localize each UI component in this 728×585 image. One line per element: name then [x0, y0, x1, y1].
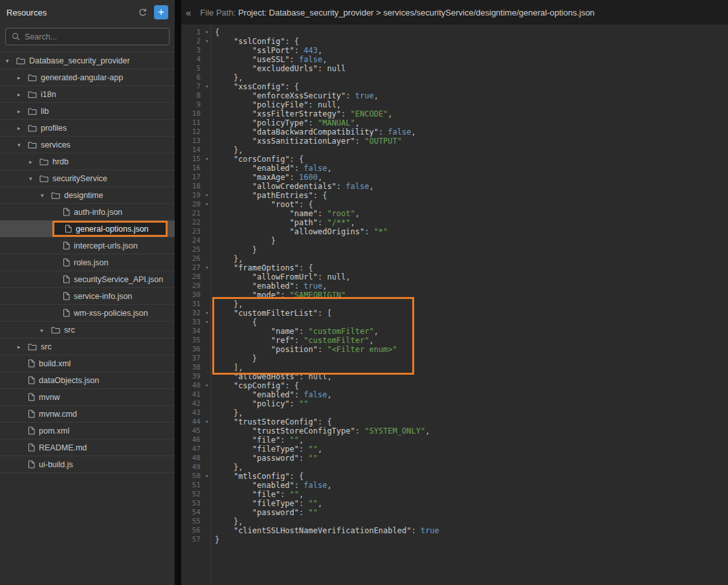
code-line[interactable]: "useSSL": false, — [215, 55, 728, 64]
code-line[interactable]: "password": "" — [215, 454, 728, 463]
expand-arrow-icon[interactable]: ▸ — [17, 125, 28, 131]
fold-arrow-icon[interactable]: ▾ — [205, 318, 208, 327]
tree-folder-src[interactable]: ▸src — [0, 322, 175, 338]
search-box[interactable] — [5, 28, 170, 45]
tree-file-ui-build.js[interactable]: ui-build.js — [0, 456, 175, 473]
code-line[interactable]: } — [215, 236, 728, 245]
code-line[interactable]: "fileType": "", — [215, 499, 728, 508]
tree-file-auth-info.json[interactable]: auth-info.json — [0, 204, 175, 221]
code-line[interactable]: "allowCredentials": false, — [215, 182, 728, 191]
code-line[interactable]: }, — [215, 300, 728, 309]
code-line[interactable]: }, — [215, 146, 728, 155]
code-line[interactable]: "policyType": "MANUAL", — [215, 118, 728, 127]
tree-file-mvnw[interactable]: mvnw — [0, 389, 175, 406]
tree-folder-hrdb[interactable]: ▸hrdb — [0, 153, 175, 170]
code-line[interactable]: "policyFile": null, — [215, 100, 728, 109]
tree-file-service-info.json[interactable]: service-info.json — [0, 288, 175, 305]
tree-folder-profiles[interactable]: ▸profiles — [0, 120, 175, 137]
tree-file-README.md[interactable]: README.md — [0, 439, 175, 456]
tree-folder-generated-angular-app[interactable]: ▸generated-angular-app — [0, 69, 175, 86]
tree-file-securityService_API.json[interactable]: securityService_API.json — [0, 271, 175, 288]
add-resource-button[interactable]: + — [154, 5, 168, 19]
code-line[interactable]: } — [215, 245, 728, 254]
code-line[interactable]: "enabled": false, — [215, 481, 728, 490]
code-line[interactable]: }, — [215, 73, 728, 82]
expand-arrow-icon[interactable]: ▸ — [29, 159, 39, 165]
code-line[interactable]: "file": "", — [215, 436, 728, 445]
code-line[interactable]: "sslPort": 443, — [215, 46, 728, 55]
tree-folder-designtime[interactable]: ▾designtime — [0, 187, 175, 204]
code-line[interactable]: "excludedUrls": null — [215, 64, 728, 73]
code-line[interactable]: "enabled": false, — [215, 390, 728, 399]
code-line[interactable]: "mtlsConfig": { — [215, 472, 728, 481]
expand-arrow-icon[interactable]: ▸ — [17, 344, 28, 350]
code-line[interactable]: "xssFilterStrategy": "ENCODE", — [215, 109, 728, 118]
code-line[interactable]: "trustStoreConfig": { — [215, 417, 728, 426]
tree-folder-src[interactable]: ▸src — [0, 338, 175, 355]
code-line[interactable]: "pathEntries": { — [215, 191, 728, 200]
code-line[interactable]: "allowFromUrl": null, — [215, 272, 728, 281]
fold-arrow-icon[interactable]: ▾ — [205, 309, 208, 318]
fold-arrow-icon[interactable]: ▾ — [205, 472, 208, 481]
fold-arrow-icon[interactable]: ▾ — [205, 417, 208, 426]
code-line[interactable]: "allowedOrigins": "*" — [215, 227, 728, 236]
refresh-button[interactable] — [138, 8, 148, 17]
code-line[interactable]: "trustStoreConfigType": "SYSTEM_ONLY", — [215, 426, 728, 436]
tree-file-build.xml[interactable]: build.xml — [0, 355, 175, 372]
code-line[interactable]: "name": "customFilter", — [215, 327, 728, 336]
code-line[interactable]: { — [215, 28, 728, 37]
code-line[interactable]: "frameOptions": { — [215, 263, 728, 272]
code-line[interactable]: "enabled": true, — [215, 281, 728, 291]
fold-arrow-icon[interactable]: ▾ — [205, 191, 208, 200]
code-pane[interactable]: { "sslConfig": { "sslPort": 443, "useSSL… — [211, 25, 728, 585]
tree-file-dataObjects.json[interactable]: dataObjects.json — [0, 372, 175, 389]
sidebar-scrollbar[interactable] — [175, 0, 181, 585]
code-line[interactable]: "sslConfig": { — [215, 37, 728, 46]
code-line[interactable]: "file": "", — [215, 490, 728, 499]
code-line[interactable]: "password": "" — [215, 508, 728, 517]
collapse-arrow-icon[interactable]: ▾ — [6, 58, 16, 64]
tree-file-roles.json[interactable]: roles.json — [0, 254, 175, 271]
code-line[interactable]: "enforceXssSecurity": true, — [215, 91, 728, 100]
tree-folder-i18n[interactable]: ▸i18n — [0, 86, 175, 103]
code-line[interactable]: }, — [215, 408, 728, 417]
expand-arrow-icon[interactable]: ▸ — [41, 327, 51, 333]
code-line[interactable]: "maxAge": 1600, — [215, 173, 728, 182]
tree-file-mvnw.cmd[interactable]: mvnw.cmd — [0, 406, 175, 423]
code-line[interactable]: "dataBackwardCompatibility": false, — [215, 127, 728, 137]
tree-file-intercept-urls.json[interactable]: intercept-urls.json — [0, 237, 175, 254]
expand-arrow-icon[interactable]: ▸ — [17, 108, 28, 115]
code-line[interactable]: "policy": "" — [215, 399, 728, 408]
code-line[interactable]: "ref": "customFilter", — [215, 336, 728, 345]
expand-arrow-icon[interactable]: ▸ — [17, 74, 28, 81]
code-line[interactable]: }, — [215, 517, 728, 526]
expand-arrow-icon[interactable]: ▸ — [17, 91, 28, 98]
code-line[interactable]: "mode": "SAMEORIGIN" — [215, 291, 728, 300]
tree-folder-services[interactable]: ▾services — [0, 137, 175, 153]
collapse-arrow-icon[interactable]: ▾ — [29, 175, 39, 182]
code-line[interactable]: "path": "/**", — [215, 218, 728, 227]
collapse-sidebar-button[interactable]: « — [186, 7, 191, 18]
code-line[interactable]: } — [215, 354, 728, 363]
code-line[interactable]: "root": { — [215, 200, 728, 209]
code-line[interactable]: "position": "<Filter enum>" — [215, 345, 728, 354]
code-line[interactable]: }, — [215, 463, 728, 472]
tree-folder-lib[interactable]: ▸lib — [0, 103, 175, 120]
tree-folder-Database_security_provider[interactable]: ▾Database_security_provider — [0, 52, 175, 69]
fold-arrow-icon[interactable]: ▾ — [205, 37, 208, 46]
collapse-arrow-icon[interactable]: ▾ — [17, 142, 28, 148]
fold-arrow-icon[interactable]: ▾ — [205, 200, 208, 209]
tree-file-general-options.json[interactable]: general-options.json — [0, 221, 175, 237]
fold-arrow-icon[interactable]: ▾ — [205, 263, 208, 272]
collapse-arrow-icon[interactable]: ▾ — [41, 192, 51, 199]
code-line[interactable]: }, — [215, 254, 728, 263]
code-line[interactable]: "fileType": "", — [215, 445, 728, 454]
code-line[interactable]: "name": "root", — [215, 209, 728, 218]
code-line[interactable]: "enabled": false, — [215, 164, 728, 173]
tree-file-pom.xml[interactable]: pom.xml — [0, 423, 175, 439]
tree-folder-securityService[interactable]: ▾securityService — [0, 170, 175, 187]
fold-arrow-icon[interactable]: ▾ — [205, 381, 208, 390]
code-line[interactable]: "customFilterList": [ — [215, 309, 728, 318]
code-line[interactable]: "xssSanitizationLayer": "OUTPUT" — [215, 137, 728, 146]
code-line[interactable]: "allowedHosts": null, — [215, 372, 728, 381]
